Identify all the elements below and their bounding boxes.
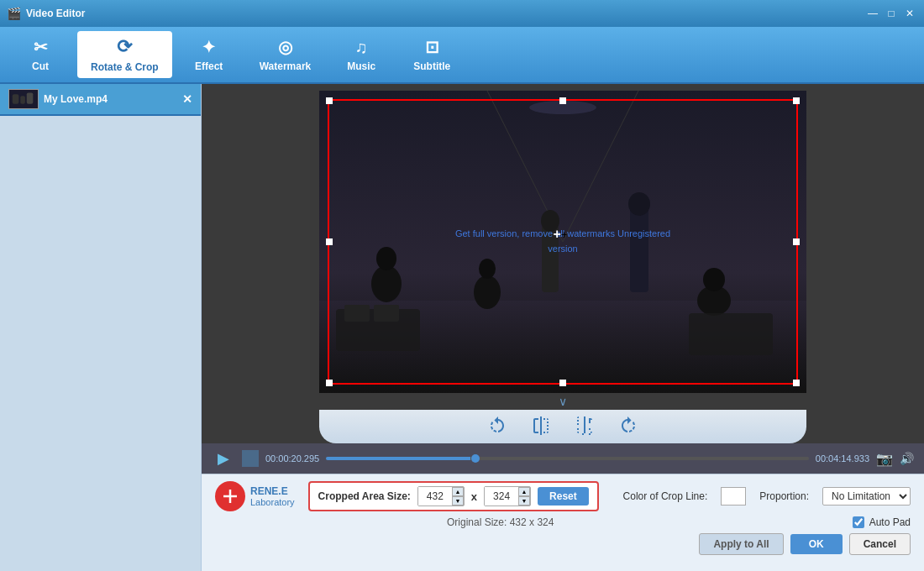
- logo-icon: [215, 481, 245, 511]
- video-area: Get full version, remove all watermarks …: [202, 84, 924, 474]
- close-button[interactable]: ✕: [902, 6, 917, 21]
- svg-rect-9: [344, 305, 370, 322]
- file-tab[interactable]: My Love.mp4 ✕: [0, 84, 201, 116]
- svg-point-13: [474, 275, 501, 309]
- apply-all-button[interactable]: Apply to All: [699, 533, 783, 555]
- tab-watermark-label: Watermark: [260, 60, 312, 72]
- svg-rect-21: [689, 313, 773, 355]
- crop-height-input[interactable]: 324: [485, 487, 518, 506]
- svg-rect-10: [374, 305, 399, 322]
- title-bar-controls: — □ ✕: [865, 6, 917, 21]
- width-up-button[interactable]: ▲: [452, 487, 464, 496]
- video-container: Get full version, remove all watermarks …: [319, 91, 806, 393]
- svg-rect-3: [27, 92, 34, 103]
- proportion-select[interactable]: No Limitation 16:9 4:3 1:1 Custom: [822, 487, 911, 506]
- height-down-button[interactable]: ▼: [518, 496, 530, 506]
- effect-icon: ✦: [202, 37, 216, 57]
- autopad-row: Auto Pad: [853, 516, 911, 528]
- height-input-wrap: 324 ▲ ▼: [484, 486, 531, 506]
- svg-point-18: [628, 192, 650, 216]
- watermark-icon: ◎: [278, 37, 292, 57]
- bottom-panel: RENE.E Laboratory Cropped Area Size: 432…: [202, 474, 924, 571]
- width-input-wrap: 432 ▲ ▼: [417, 486, 465, 506]
- crop-area-label: Cropped Area Size:: [318, 490, 411, 502]
- original-size-label: Original Size: 432 x 324: [447, 516, 554, 528]
- music-icon: ♫: [355, 38, 368, 57]
- minimize-button[interactable]: —: [865, 6, 880, 21]
- svg-rect-2: [20, 96, 25, 103]
- flip-horizontal-button[interactable]: [526, 413, 556, 438]
- rotate-left-button[interactable]: [482, 413, 512, 438]
- logo-area: RENE.E Laboratory: [215, 481, 295, 511]
- crop-settings-row: RENE.E Laboratory Cropped Area Size: 432…: [215, 481, 911, 511]
- volume-icon[interactable]: 🔊: [900, 452, 914, 465]
- chevron-down-icon[interactable]: ∨: [559, 395, 567, 408]
- app-icon: 🎬: [7, 7, 21, 20]
- tab-music[interactable]: ♫ Music: [328, 31, 395, 78]
- screenshot-icon[interactable]: 📷: [876, 451, 893, 467]
- width-down-button[interactable]: ▼: [452, 496, 464, 506]
- timeline-thumb[interactable]: [471, 454, 480, 463]
- sidebar-content: [0, 116, 201, 571]
- rotate-icon: ⟳: [117, 36, 132, 58]
- main-container: My Love.mp4 ✕: [0, 84, 924, 571]
- file-thumbnail: [8, 89, 39, 109]
- chevron-row: ∨: [319, 393, 806, 410]
- tab-watermark[interactable]: ◎ Watermark: [246, 31, 325, 78]
- stop-button[interactable]: [242, 450, 259, 467]
- action-buttons-row: Apply to All OK Cancel: [215, 533, 911, 555]
- x-separator: x: [471, 490, 477, 503]
- svg-point-20: [703, 268, 725, 291]
- video-controls: [319, 410, 806, 443]
- current-time: 00:00:20.295: [265, 453, 319, 464]
- app-title: Video Editor: [26, 8, 85, 19]
- playback-bar: ▶ 00:00:20.295 00:04:14.933 📷 🔊: [202, 443, 924, 474]
- right-options: Color of Crop Line: Proportion: No Limit…: [623, 487, 911, 506]
- title-bar: 🎬 Video Editor — □ ✕: [0, 0, 924, 27]
- sidebar: My Love.mp4 ✕: [0, 84, 202, 571]
- title-bar-left: 🎬 Video Editor: [7, 7, 85, 20]
- original-size-row: Original Size: 432 x 324 Auto Pad: [215, 516, 911, 528]
- subtitle-icon: ⊡: [425, 37, 439, 57]
- video-scene: Get full version, remove all watermarks …: [319, 91, 806, 393]
- play-button[interactable]: ▶: [212, 447, 235, 470]
- tab-rotate-label: Rotate & Crop: [91, 61, 159, 73]
- width-spin-buttons: ▲ ▼: [452, 487, 464, 506]
- svg-rect-1: [13, 94, 19, 103]
- autopad-label: Auto Pad: [869, 516, 911, 528]
- tab-effect[interactable]: ✦ Effect: [176, 31, 243, 78]
- file-close-button[interactable]: ✕: [182, 92, 192, 106]
- crop-area-box: Cropped Area Size: 432 ▲ ▼ x 324 ▲ ▼: [308, 481, 599, 511]
- proportion-label: Proportion:: [759, 490, 809, 502]
- cancel-button[interactable]: Cancel: [849, 533, 911, 555]
- logo-text: RENE.E Laboratory: [250, 485, 295, 507]
- color-swatch[interactable]: [721, 487, 746, 506]
- color-label: Color of Crop Line:: [623, 490, 708, 502]
- svg-point-14: [479, 259, 496, 279]
- svg-point-22: [529, 101, 596, 114]
- height-spin-buttons: ▲ ▼: [518, 487, 530, 506]
- autopad-checkbox[interactable]: [853, 516, 864, 528]
- toolbar: ✂ Cut ⟳ Rotate & Crop ✦ Effect ◎ Waterma…: [0, 27, 924, 84]
- tab-rotate-crop[interactable]: ⟳ Rotate & Crop: [77, 31, 172, 78]
- tab-cut[interactable]: ✂ Cut: [7, 31, 74, 78]
- maximize-button[interactable]: □: [884, 6, 899, 21]
- tab-music-label: Music: [347, 60, 375, 72]
- tab-cut-label: Cut: [32, 60, 49, 72]
- logo-subtitle: Laboratory: [250, 497, 295, 507]
- timeline-slider[interactable]: [326, 457, 809, 460]
- svg-point-12: [376, 247, 396, 270]
- height-up-button[interactable]: ▲: [518, 487, 530, 496]
- video-frame: Get full version, remove all watermarks …: [319, 91, 806, 393]
- tab-subtitle-label: Subtitle: [413, 60, 450, 72]
- rotate-right-button[interactable]: [613, 413, 643, 438]
- tab-subtitle[interactable]: ⊡ Subtitle: [398, 31, 465, 78]
- logo-name: RENE.E: [250, 485, 295, 497]
- ok-button[interactable]: OK: [790, 534, 843, 554]
- reset-button[interactable]: Reset: [538, 487, 589, 506]
- crop-width-input[interactable]: 432: [418, 487, 452, 506]
- tab-effect-label: Effect: [195, 60, 223, 72]
- flip-vertical-button[interactable]: [570, 413, 600, 438]
- svg-point-11: [371, 265, 402, 302]
- cut-icon: ✂: [34, 37, 48, 57]
